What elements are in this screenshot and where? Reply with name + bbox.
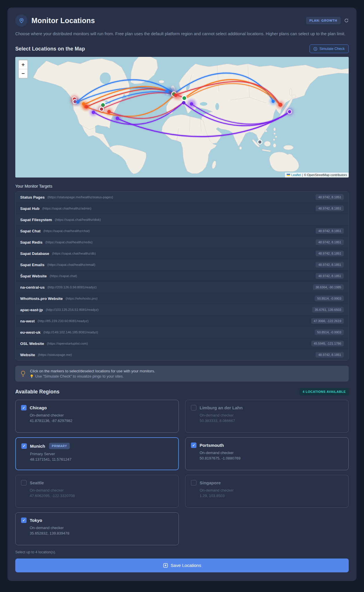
region-card-portsmouth[interactable]: ✓PortsmouthOn-demand checker50.8197675, … (185, 437, 349, 470)
target-row: Website(https://statuspage.me)48.9742, 8… (16, 349, 348, 360)
target-url: (https://sapat.chat/healthz/email) (47, 263, 95, 266)
map-marker[interactable] (190, 102, 193, 106)
target-row: Status Pages(https://statuspage.me/healt… (16, 192, 348, 203)
page-description: Choose where your distributed monitors w… (15, 31, 346, 37)
region-description: On-demand checker (30, 413, 173, 417)
map-marker[interactable] (182, 96, 187, 100)
target-name: OSL Website (20, 341, 44, 346)
target-row: Sapat Emails(https://sapat.chat/healthz/… (16, 259, 348, 270)
target-url: (http://209.126.0.56:8081/readyz) (48, 285, 97, 289)
map-marker[interactable] (100, 107, 104, 111)
target-name: apac-east-jp (20, 308, 43, 312)
selection-limit-note: Select up to 4 location(s). (15, 550, 349, 554)
region-checkbox[interactable]: ✓ (21, 405, 27, 410)
region-checkbox[interactable]: ✓ (21, 518, 27, 523)
target-url: (https://whohosts.pro) (66, 297, 98, 300)
target-name: Sapat Filesystem (20, 218, 52, 222)
region-name: Limburg an der Lahn (200, 405, 243, 410)
target-coords-badge: 48.9742, 8.1851 (316, 194, 344, 200)
region-card-chicago[interactable]: ✓ChicagoOn-demand checker41.8781136, -87… (15, 400, 179, 433)
target-row: Sapat Filesystem(https://sapat.chat/heal… (16, 214, 348, 225)
map-marker[interactable] (76, 100, 80, 104)
target-url: (http://85.239.233.60:8081/readyz) (37, 319, 88, 323)
target-name: Status Pages (20, 195, 45, 199)
target-url: (https://sapat.chat/healthz/db) (52, 252, 96, 255)
region-coordinates: 41.8781136, -87.6297982 (30, 419, 173, 423)
target-name: Sapat Database (20, 251, 49, 256)
map-marker[interactable] (107, 110, 111, 113)
zoom-out-button[interactable]: − (19, 69, 27, 78)
map-marker[interactable] (165, 89, 169, 93)
target-url: (https://sapat.chat/healthz/admin) (42, 207, 91, 210)
target-coords-badge: 48.9742, 8.1851 (316, 352, 344, 358)
leaflet-link[interactable]: Leaflet (291, 173, 301, 177)
target-row: na-west(http://85.239.233.60:8081/readyz… (16, 315, 348, 327)
target-url: (http://103.125.216.51:8081/readyz) (46, 308, 99, 311)
map-marker[interactable] (278, 103, 282, 107)
world-map[interactable]: + − Leaflet | © OpenStreetMap contributo… (15, 57, 349, 178)
map-marker[interactable] (116, 117, 119, 120)
region-card-seattle[interactable]: SeattleOn-demand checker47.6062095, -122… (15, 475, 179, 508)
target-coords-badge: 38.6364, -90.1985 (313, 284, 344, 290)
tip-line-1: Click on the markers to select/deselect … (30, 369, 155, 373)
lightbulb-emoji (30, 374, 33, 378)
map-marker[interactable] (272, 100, 275, 103)
target-coords-badge: 48.9742, 8.1851 (316, 273, 344, 279)
target-url: (https://openstartuplist.com) (47, 342, 88, 345)
region-coordinates: 50.383333, 8.066667 (200, 419, 343, 423)
target-name: eu-west-uk (20, 330, 41, 335)
region-card-limburg-an-der-lahn[interactable]: Limburg an der LahnOn-demand checker50.3… (185, 400, 349, 433)
simulate-check-button[interactable]: Simulate Check (309, 44, 349, 53)
tip-box: Click on the markers to select/deselect … (15, 366, 349, 382)
target-row: Sapat Hub(https://sapat.chat/healthz/adm… (16, 203, 348, 214)
regions-heading: Available Regions (15, 389, 60, 395)
map-zoom-control: + − (18, 60, 28, 79)
target-coords-badge: 47.3066, -122.2619 (311, 318, 344, 324)
map-marker[interactable] (85, 105, 88, 109)
target-url: (https://sapat.chat/healthz/chat) (44, 229, 90, 233)
region-name: Singapore (200, 480, 221, 485)
map-marker[interactable] (92, 111, 95, 114)
region-checkbox[interactable] (21, 480, 27, 485)
target-url: (https://sapat.chat) (50, 274, 77, 278)
region-description: On-demand checker (30, 526, 173, 530)
osm-attribution[interactable]: © OpenStreetMap contributors (304, 173, 347, 177)
map-marker[interactable] (174, 94, 177, 97)
refresh-icon[interactable] (344, 18, 349, 23)
map-attribution: Leaflet | © OpenStreetMap contributors (285, 173, 349, 178)
target-row: OSL Website(https://openstartuplist.com)… (16, 338, 348, 349)
map-marker[interactable] (288, 110, 292, 114)
save-locations-button[interactable]: Save Locations (15, 559, 349, 572)
target-row: na-central-us(http://209.126.0.56:8081/r… (16, 282, 348, 293)
ukraine-flag-icon (287, 174, 290, 176)
region-checkbox[interactable] (191, 405, 196, 410)
primary-badge: PRIMARY (49, 443, 70, 449)
zoom-in-button[interactable]: + (19, 60, 27, 69)
target-coords-badge: 50.8514, -0.9903 (315, 329, 344, 335)
target-row: WhoHosts.pro Website(https://whohosts.pr… (16, 293, 348, 304)
target-coords-badge: 35.6761, 139.6503 (312, 307, 344, 313)
target-name: Sapat Redis (20, 240, 42, 244)
map-marker[interactable] (182, 101, 185, 104)
target-url: (https://sapat.chat/healthz/disk) (55, 218, 101, 221)
region-card-singapore[interactable]: SingaporeOn-demand checker1.29, 103.8503 (185, 475, 349, 508)
region-checkbox[interactable]: ✓ (191, 442, 196, 448)
region-checkbox[interactable] (191, 480, 196, 485)
target-name: Sapat Emails (20, 263, 44, 267)
region-coordinates: 50.8197675, -1.0880769 (200, 456, 343, 460)
target-coords-badge: 48.9742, 8.1851 (316, 206, 344, 211)
region-description: On-demand checker (200, 451, 343, 455)
target-coords-badge: 48.9742, 8.1851 (316, 251, 344, 256)
region-name: Portsmouth (200, 443, 224, 448)
target-coords-badge: 48.9742, 8.1851 (316, 228, 344, 234)
target-row: Sapat Database(https://sapat.chat/health… (16, 248, 348, 259)
map-marker[interactable] (258, 140, 262, 144)
region-card-munich[interactable]: ✓MunichPRIMARYPrimary Server48.1371541, … (15, 437, 179, 470)
region-name: Tokyo (30, 518, 42, 523)
play-circle-icon (314, 47, 317, 51)
lightbulb-icon (20, 370, 26, 377)
target-coords-badge: 45.5945, -121.1786 (311, 341, 344, 346)
region-card-tokyo[interactable]: ✓TokyoOn-demand checker35.652832, 139.83… (15, 512, 179, 545)
region-checkbox[interactable]: ✓ (21, 443, 27, 449)
target-row: apac-east-jp(http://103.125.216.51:8081/… (16, 304, 348, 315)
